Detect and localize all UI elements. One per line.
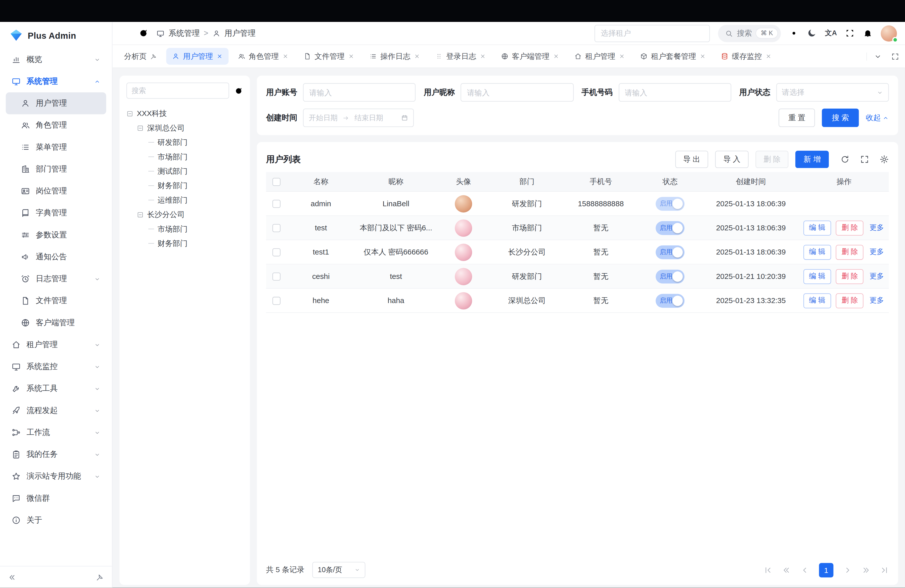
close-icon[interactable] bbox=[553, 53, 559, 59]
tab-tenant-package-management[interactable]: 租户套餐管理 bbox=[634, 48, 712, 65]
delete-row-button[interactable]: 删 除 bbox=[836, 220, 864, 235]
brand[interactable]: Plus Admin bbox=[0, 22, 112, 49]
sidebar-item-log-management[interactable]: 日志管理 bbox=[6, 268, 106, 290]
account-input[interactable] bbox=[303, 83, 416, 102]
sidebar-item-menu-management[interactable]: 菜单管理 bbox=[6, 136, 106, 158]
fullscreen-table-icon[interactable] bbox=[860, 155, 869, 164]
sidebar-item-tenant-management[interactable]: 租户管理 bbox=[6, 334, 106, 356]
phone-input[interactable] bbox=[618, 83, 731, 102]
sidebar-item-param-settings[interactable]: 参数设置 bbox=[6, 224, 106, 246]
tree-search-input[interactable] bbox=[127, 83, 229, 99]
pin-icon[interactable] bbox=[150, 53, 157, 60]
collapse-box-icon[interactable] bbox=[127, 110, 133, 117]
close-icon[interactable] bbox=[282, 53, 289, 59]
nickname-input[interactable] bbox=[461, 83, 573, 102]
sidebar-item-department-management[interactable]: 部门管理 bbox=[6, 158, 106, 180]
edit-button[interactable]: 编 辑 bbox=[803, 245, 831, 259]
export-button[interactable]: 导 出 bbox=[675, 151, 708, 168]
sidebar-item-overview[interactable]: 概览 bbox=[6, 49, 106, 70]
add-button[interactable]: 新 增 bbox=[795, 151, 829, 168]
tab-login-log[interactable]: 登录日志 bbox=[429, 48, 492, 65]
row-checkbox[interactable] bbox=[273, 224, 281, 232]
settings-gear-icon[interactable] bbox=[789, 28, 799, 38]
sidebar-item-system-monitor[interactable]: 系统监控 bbox=[6, 356, 106, 378]
collapse-box-icon[interactable] bbox=[137, 124, 144, 132]
notification-bell-icon[interactable] bbox=[863, 28, 873, 38]
global-search-button[interactable]: 搜索 ⌘ K bbox=[718, 25, 781, 42]
refresh-page-icon[interactable] bbox=[138, 28, 148, 38]
tree-node[interactable]: 运维部门 bbox=[127, 193, 243, 207]
status-select[interactable]: 请选择 bbox=[776, 83, 889, 102]
sidebar-item-system-tools[interactable]: 系统工具 bbox=[6, 378, 106, 400]
row-checkbox[interactable] bbox=[273, 199, 281, 208]
status-toggle[interactable]: 启用 bbox=[656, 197, 684, 210]
tab-analysis[interactable]: 分析页 bbox=[118, 48, 163, 65]
close-icon[interactable] bbox=[765, 53, 772, 59]
translate-icon[interactable]: 文A bbox=[825, 28, 837, 38]
row-checkbox[interactable] bbox=[273, 272, 281, 280]
pin-sidebar-icon[interactable] bbox=[96, 573, 104, 581]
status-toggle[interactable]: 启用 bbox=[656, 269, 684, 283]
more-button[interactable]: 更多 bbox=[868, 245, 885, 259]
fullscreen-icon[interactable] bbox=[845, 28, 855, 38]
status-toggle[interactable]: 启用 bbox=[656, 245, 684, 259]
close-icon[interactable] bbox=[414, 53, 420, 59]
sidebar-item-dict-management[interactable]: 字典管理 bbox=[6, 202, 106, 224]
sidebar-item-demo-features[interactable]: 演示站专用功能 bbox=[6, 465, 106, 487]
next-page-icon[interactable] bbox=[843, 566, 852, 574]
sidebar-item-notice[interactable]: 通知公告 bbox=[6, 246, 106, 268]
tree-node[interactable]: 财务部门 bbox=[127, 236, 243, 251]
more-button[interactable]: 更多 bbox=[868, 293, 885, 308]
tree-refresh-icon[interactable] bbox=[234, 86, 243, 95]
tree-node[interactable]: 长沙分公司 bbox=[127, 207, 243, 222]
reset-button[interactable]: 重 置 bbox=[778, 109, 815, 127]
tree-node[interactable]: 市场部门 bbox=[127, 222, 243, 236]
collapse-sidebar-icon[interactable] bbox=[8, 573, 16, 581]
sidebar-item-about[interactable]: 关于 bbox=[6, 509, 106, 531]
sidebar-item-post-management[interactable]: 岗位管理 bbox=[6, 180, 106, 202]
sidebar-item-role-management[interactable]: 角色管理 bbox=[6, 114, 106, 136]
user-avatar[interactable] bbox=[881, 25, 897, 41]
dark-mode-moon-icon[interactable] bbox=[807, 28, 817, 38]
collapse-filters-link[interactable]: 收起 bbox=[866, 113, 889, 123]
collapse-box-icon[interactable] bbox=[137, 211, 144, 218]
tab-tenant-management[interactable]: 租户管理 bbox=[568, 48, 631, 65]
close-icon[interactable] bbox=[700, 53, 706, 59]
sidebar-item-workflow[interactable]: 工作流 bbox=[6, 421, 106, 443]
delete-row-button[interactable]: 删 除 bbox=[836, 269, 864, 284]
prev-page-icon[interactable] bbox=[800, 566, 809, 574]
tab-layout-icon[interactable] bbox=[891, 52, 899, 60]
sidebar-item-system-management[interactable]: 系统管理 bbox=[6, 70, 106, 92]
delete-button[interactable]: 删 除 bbox=[756, 151, 789, 168]
more-button[interactable]: 更多 bbox=[868, 220, 885, 235]
current-page[interactable]: 1 bbox=[819, 563, 834, 577]
last-page-icon[interactable] bbox=[880, 566, 889, 574]
tree-node[interactable]: 研发部门 bbox=[127, 135, 243, 149]
close-icon[interactable] bbox=[216, 53, 223, 59]
close-icon[interactable] bbox=[619, 53, 625, 59]
close-icon[interactable] bbox=[479, 53, 486, 59]
tab-user-management[interactable]: 用户管理 bbox=[166, 48, 229, 65]
tree-node[interactable]: 市场部门 bbox=[127, 149, 243, 164]
date-range-picker[interactable]: 开始日期 结束日期 bbox=[303, 109, 414, 127]
sidebar-item-wechat-group[interactable]: 微信群 bbox=[6, 488, 106, 509]
fast-back-icon[interactable] bbox=[782, 566, 791, 574]
tab-role-management[interactable]: 角色管理 bbox=[232, 48, 294, 65]
column-settings-gear-icon[interactable] bbox=[880, 155, 889, 164]
sidebar-item-process-start[interactable]: 流程发起 bbox=[6, 400, 106, 421]
hamburger-icon[interactable] bbox=[121, 28, 130, 38]
sidebar-item-user-management[interactable]: 用户管理 bbox=[6, 92, 106, 114]
tree-node[interactable]: XXX科技 bbox=[127, 106, 243, 121]
delete-row-button[interactable]: 删 除 bbox=[836, 245, 864, 259]
tab-client-management[interactable]: 客户端管理 bbox=[495, 48, 565, 65]
tab-list-chevron-down-icon[interactable] bbox=[874, 52, 882, 60]
edit-button[interactable]: 编 辑 bbox=[803, 293, 831, 308]
breadcrumb-root[interactable]: 系统管理 bbox=[168, 28, 200, 38]
tree-node[interactable]: 深圳总公司 bbox=[127, 121, 243, 135]
sidebar-item-client-management[interactable]: 客户端管理 bbox=[6, 312, 106, 334]
sidebar-item-file-management[interactable]: 文件管理 bbox=[6, 290, 106, 312]
sidebar-item-my-tasks[interactable]: 我的任务 bbox=[6, 443, 106, 465]
tab-operation-log[interactable]: 操作日志 bbox=[364, 48, 426, 65]
first-page-icon[interactable] bbox=[764, 566, 772, 574]
delete-row-button[interactable]: 删 除 bbox=[836, 293, 864, 308]
